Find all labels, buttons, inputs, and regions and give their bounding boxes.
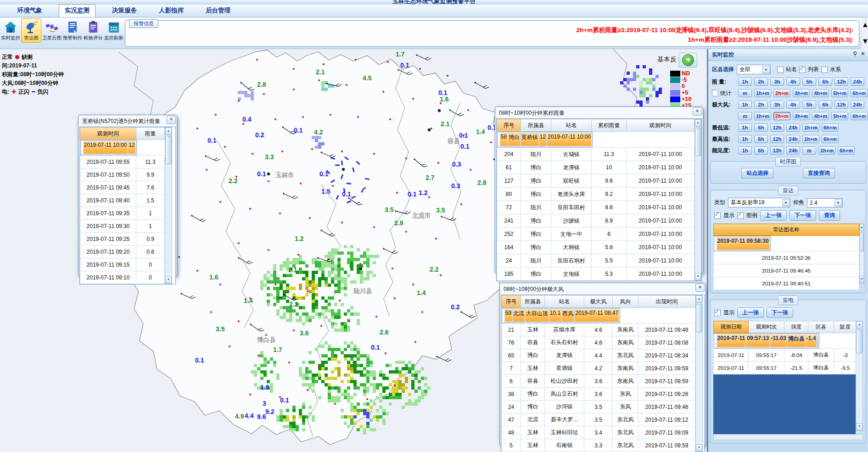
period-button-6h+m[interactable]: 6h+m — [822, 135, 839, 143]
period-button-1h+m[interactable]: 1h+m — [754, 112, 771, 120]
period-button-2h[interactable]: 2h — [754, 78, 768, 86]
period-button-6h+m[interactable]: 6h+m — [822, 123, 839, 132]
stats-checkbox[interactable] — [712, 90, 718, 96]
lightning-row[interactable]: 2019-07-1109:55:17-21.5博白县-9.511 — [714, 362, 856, 374]
table-row[interactable]: 7玉林卖酒镇4.2东南风2019-07-11 09:59 — [502, 362, 695, 375]
table-row[interactable]: 65博白龙潭镇4.4东北风2019-07-11 08:34 — [502, 349, 695, 362]
table-row[interactable]: 5玉林石南镇3.3东北风2019-07-11 09:59 — [502, 439, 695, 452]
close-icon[interactable]: ✕ — [693, 107, 702, 116]
lightning-row[interactable]: 2019-07-1109:55:17-8.04博白县-3 — [714, 349, 856, 362]
popup-extreme-wind[interactable]: 08时~10时00分钟极大风 ✕ 序号所属县站名极大风风向出现时间59北流大容山… — [499, 283, 706, 446]
period-button-24h[interactable]: 24h — [786, 123, 800, 132]
timeseries-button-2[interactable]: 直接查询 — [803, 168, 835, 179]
period-button-6h+m[interactable]: 6h+m — [851, 112, 868, 120]
scroll-down-icon[interactable]: ▼ — [165, 276, 172, 284]
period-button-12h[interactable]: 12h — [770, 146, 784, 155]
scroll-thumb[interactable] — [696, 304, 702, 332]
radar-list-item[interactable]: 2019-07-11 09:46:45 — [714, 264, 859, 277]
period-button-12h[interactable]: 12h — [834, 78, 848, 86]
toolbar-button-3[interactable]: 卫星云图 — [42, 18, 62, 43]
period-button-1h+m[interactable]: 1h+m — [802, 135, 819, 143]
period-button-4h[interactable]: 4h — [786, 78, 800, 86]
lightning-show-checkbox[interactable] — [714, 310, 721, 316]
table-row[interactable]: 24博白沙河镇3.5东风2019-07-11 09:46 — [502, 401, 695, 413]
scroll-up-icon[interactable]: ▲ — [165, 128, 172, 135]
period-button-6h+m[interactable]: 6h+m — [851, 89, 868, 97]
period-button-4h+m[interactable]: 4h+m — [812, 89, 829, 97]
radar-list-item[interactable]: 2019-07-11 09:52:36 — [714, 251, 859, 264]
menu-tab-5[interactable]: 后台管理 — [200, 5, 236, 17]
period-button-3h+m[interactable]: 3h+m — [793, 89, 810, 97]
menu-tab-3[interactable]: 决策服务 — [106, 5, 142, 17]
period-button-4h+m[interactable]: 4h+m — [812, 112, 829, 120]
scroll-down-icon[interactable]: ▼ — [695, 273, 701, 280]
table-row[interactable]: 252博白文地一中62019-07-11 10:00 — [497, 228, 694, 241]
alarm-scrollbar[interactable]: ▲▼ — [862, 21, 868, 49]
layer-checkbox-1[interactable] — [777, 67, 784, 73]
scroll-track[interactable] — [695, 127, 701, 273]
period-button-m[interactable]: m — [802, 146, 816, 155]
menu-tab-2[interactable]: 实况监测 — [59, 4, 95, 17]
table-row[interactable]: 127博白双旺镇9.62019-07-11 10:00 — [497, 174, 694, 188]
table-row[interactable]: 2019-07-11 09:100 — [80, 271, 165, 284]
table-row[interactable]: 21玉林苏烟水库4.6东南风2019-07-11 09:49 — [502, 324, 695, 336]
scroll-track[interactable] — [862, 29, 868, 37]
table-row[interactable]: 48玉林玉林站旧址3.4东北风2019-07-11 09:09 — [502, 426, 695, 439]
lightning-table-scrollbar[interactable]: ▲▼ — [856, 321, 863, 431]
period-button-2h+m[interactable]: 2h+m — [773, 89, 790, 97]
period-button-1h[interactable]: 1h — [738, 146, 752, 155]
timeseries-button-1[interactable]: 站点选择 — [741, 168, 773, 179]
table-row[interactable]: 2019-07-11 10:0012 — [80, 140, 137, 155]
period-button-1h[interactable]: 1h — [738, 135, 752, 143]
radar-list-scrollbar[interactable]: ▲▼ — [859, 223, 864, 284]
table-row[interactable]: 6容县松山沙田村3.6东南风2019-07-11 09:59 — [502, 375, 695, 388]
radar-show-checkbox[interactable] — [714, 212, 721, 219]
table-row[interactable]: 2019-07-11 09:509.9 — [80, 168, 165, 181]
scroll-up-icon[interactable]: ▲ — [860, 224, 864, 231]
period-button-24h[interactable]: 24h — [786, 135, 800, 143]
close-icon[interactable]: ✕ — [167, 116, 176, 124]
scroll-track[interactable] — [856, 329, 862, 423]
table-row[interactable]: 2019-07-11 09:250.9 — [80, 233, 165, 246]
layer-checkbox-3[interactable] — [821, 67, 828, 73]
popup-scrollbar[interactable]: ▲▼ — [695, 295, 703, 452]
period-button-1h+m[interactable]: 1h+m — [818, 146, 835, 155]
period-button-12h[interactable]: 12h — [770, 135, 784, 143]
table-row[interactable]: 2019-07-11 09:457.6 — [80, 181, 165, 194]
radar-elev-select[interactable]: 2.4 ▼ — [807, 198, 843, 207]
period-button-24h[interactable]: 24h — [786, 146, 800, 155]
period-button-1h+m[interactable]: 1h+m — [802, 123, 819, 132]
period-button-2h+m[interactable]: 2h+m — [773, 112, 790, 120]
toolbar-button-4[interactable]: 预警制作 — [62, 18, 83, 43]
scroll-down-icon[interactable]: ▼ — [860, 276, 864, 283]
table-row[interactable]: 164博白大垌镇5.62019-07-11 10:00 — [497, 241, 694, 254]
radar-prev-button[interactable]: 上一张 — [760, 210, 787, 221]
table-row[interactable]: 61博白龙潭镇102019-07-11 10:00 — [497, 161, 694, 174]
table-row[interactable]: 80博白老虎头水库9.22019-07-11 10:00 — [497, 188, 694, 201]
district-select[interactable]: 全部 ▼ — [737, 65, 771, 74]
period-button-4h[interactable]: 4h — [786, 100, 800, 109]
close-icon[interactable]: ✕ — [695, 284, 705, 292]
period-button-m[interactable]: m — [738, 89, 752, 97]
scroll-down-icon[interactable]: ▼ — [856, 423, 862, 430]
period-button-6h[interactable]: 6h — [818, 78, 832, 86]
lightning-next-button[interactable]: 下一张 — [767, 307, 793, 318]
scroll-down-icon[interactable]: ▼ — [696, 444, 702, 452]
scroll-up-icon[interactable]: ▲ — [696, 296, 702, 303]
period-button-3h[interactable]: 3h — [770, 100, 784, 109]
table-row[interactable]: 185博白文地镇5.32019-07-11 10:00 — [497, 268, 694, 281]
popup-accumulated-rain[interactable]: 08时~10时00分钟累积雨量 ✕ 序号所属县站名累积雨量观测时间58博白英桥镇… — [495, 106, 703, 273]
period-button-6h[interactable]: 6h — [754, 146, 768, 155]
period-button-24h[interactable]: 24h — [851, 100, 864, 109]
period-button-6h[interactable]: 6h — [754, 135, 768, 143]
table-row[interactable]: 241博白沙陂镇6.92019-07-11 10:00 — [497, 214, 694, 228]
scroll-thumb[interactable] — [860, 232, 864, 251]
table-row[interactable]: 72陆川良田车田村8.62019-07-11 10:00 — [497, 201, 694, 214]
table-row[interactable]: 47北流新丰大罗...3.5东北风2019-07-11 09:12 — [502, 413, 695, 426]
period-button-5h+m[interactable]: 5h+m — [831, 89, 848, 97]
period-button-1h+m[interactable]: 1h+m — [754, 89, 771, 97]
period-button-3h[interactable]: 3h — [770, 78, 784, 86]
popup-station-rain5min[interactable]: 英桥镇(N5702)逐5分钟累计雨量 ✕ 观测时间雨量2019-07-11 10… — [78, 115, 177, 276]
table-row[interactable]: 204陆川古城镇11.32019-07-11 10:00 — [497, 148, 694, 161]
popup-scrollbar[interactable]: ▲▼ — [165, 127, 172, 284]
